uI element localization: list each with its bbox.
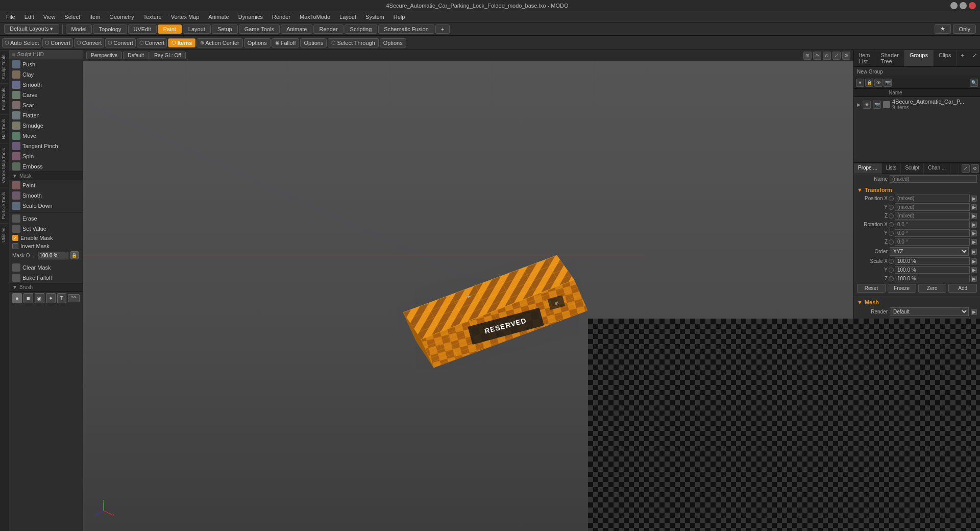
rotation-y-input[interactable]	[895, 229, 970, 237]
rot-y-radio[interactable]	[889, 231, 894, 236]
pos-z-expand[interactable]: ▶	[971, 213, 977, 219]
tab-layout[interactable]: Layout	[183, 25, 211, 34]
brush-custom[interactable]: T	[57, 293, 67, 303]
position-x-input[interactable]	[895, 195, 970, 202]
menu-render[interactable]: Render	[268, 13, 295, 21]
search-icon[interactable]: 🔍	[970, 79, 978, 87]
scale-x-radio[interactable]	[889, 259, 894, 264]
render-icon[interactable]: 📷	[884, 79, 892, 87]
scale-y-input[interactable]	[895, 266, 970, 274]
menu-geometry[interactable]: Geometry	[105, 13, 138, 21]
tool-move[interactable]: Move	[9, 131, 83, 141]
scale-x-input[interactable]	[895, 257, 970, 265]
rot-z-radio[interactable]	[889, 239, 894, 245]
menu-help[interactable]: Help	[389, 13, 409, 21]
tab-item-list[interactable]: Item List	[854, 50, 875, 66]
only-button[interactable]: Only	[953, 25, 976, 34]
menu-system[interactable]: System	[361, 13, 388, 21]
convert-btn-3[interactable]: ⬡ Convert	[105, 38, 136, 47]
close-button[interactable]	[969, 2, 976, 9]
pos-y-radio[interactable]	[889, 205, 894, 210]
falloff-btn[interactable]: ◉ Falloff	[272, 38, 300, 47]
menu-maxtomodo[interactable]: MaxToModo	[296, 13, 334, 21]
tab-animate[interactable]: Animate	[281, 25, 312, 34]
add-btn[interactable]: Add	[948, 284, 977, 293]
vp-tab-default[interactable]: Default	[123, 52, 149, 59]
tool-clay[interactable]: Clay	[9, 69, 83, 80]
mask-opacity-lock[interactable]: 🔒	[70, 251, 79, 259]
eye-icon[interactable]: 👁	[874, 79, 883, 87]
tab-shader-tree[interactable]: Shader Tree	[875, 50, 904, 66]
mask-tool-smooth[interactable]: Smooth	[9, 190, 83, 201]
vp-tab-perspective[interactable]: Perspective	[86, 52, 122, 59]
menu-vertexmap[interactable]: Vertex Map	[167, 13, 204, 21]
vert-tab-particle[interactable]: Particle Tools	[0, 187, 9, 223]
props-tab-channels[interactable]: Chan ...	[924, 163, 950, 174]
tab-schematic[interactable]: Schematic Fusion	[378, 25, 434, 34]
rotation-z-input[interactable]	[895, 238, 970, 246]
rot-x-expand[interactable]: ▶	[971, 222, 977, 228]
convert-btn-1[interactable]: ⬡ Convert	[42, 38, 73, 47]
mask-tool-erase[interactable]: Erase	[9, 213, 83, 224]
tab-clips[interactable]: Clips	[934, 50, 957, 66]
vp-icon-maximize[interactable]: ⤢	[832, 52, 841, 60]
scale-y-expand[interactable]: ▶	[971, 267, 977, 273]
tab-uvedit[interactable]: UVEdit	[128, 25, 157, 34]
rot-y-expand[interactable]: ▶	[971, 230, 977, 236]
scale-z-radio[interactable]	[889, 276, 894, 281]
options-btn-3[interactable]: Options	[380, 38, 406, 47]
menu-animate[interactable]: Animate	[204, 13, 233, 21]
auto-select-btn[interactable]: ⬡ Auto Select	[2, 38, 41, 47]
props-expand-icon[interactable]: ⤢	[962, 164, 970, 173]
pos-y-expand[interactable]: ▶	[971, 204, 977, 210]
tool-emboss[interactable]: Emboss	[9, 161, 83, 172]
menu-item[interactable]: Item	[85, 13, 104, 21]
name-input[interactable]	[890, 175, 977, 183]
tool-push[interactable]: Push	[9, 59, 83, 69]
star-button[interactable]: ★	[935, 24, 951, 34]
tool-scar[interactable]: Scar	[9, 100, 83, 110]
reset-btn[interactable]: Reset	[857, 284, 886, 293]
brush-section-header[interactable]: ▼ Brush	[9, 283, 83, 292]
vert-tab-hair-tools[interactable]: Hair Tools	[0, 114, 9, 143]
menu-dynamics[interactable]: Dynamics	[234, 13, 267, 21]
options-btn-1[interactable]: Options	[244, 38, 271, 47]
brush-soft[interactable]: ◉	[35, 293, 44, 303]
bake-falloff-btn[interactable]: Bake Falloff	[9, 273, 83, 283]
freeze-btn[interactable]: Freeze	[888, 284, 916, 293]
brush-more-btn[interactable]: >>	[68, 294, 80, 302]
item-visibility-icon[interactable]: 👁	[863, 101, 871, 109]
tab-paint[interactable]: Paint	[158, 25, 182, 34]
tab-scripting[interactable]: Scripting	[345, 25, 378, 34]
items-btn[interactable]: ⬡ Items	[168, 38, 195, 47]
tab-gametools[interactable]: Game Tools	[239, 25, 280, 34]
invert-mask-checkbox[interactable]	[12, 243, 18, 249]
vp-tab-raygl[interactable]: Ray GL: Off	[150, 52, 186, 59]
filter-icon[interactable]: ▼	[856, 79, 864, 87]
brush-circle[interactable]: ●	[12, 293, 22, 303]
scale-y-radio[interactable]	[889, 268, 894, 273]
menu-layout[interactable]: Layout	[335, 13, 360, 21]
order-select[interactable]: XYZ XZY YXZ YZX ZXY ZYX	[890, 247, 969, 256]
tab-setup[interactable]: Setup	[212, 25, 238, 34]
lock-icon[interactable]: 🔒	[865, 79, 873, 87]
tab-model[interactable]: Model	[66, 25, 92, 34]
menu-edit[interactable]: Edit	[20, 13, 38, 21]
expand-panel-icon[interactable]: ⤢	[968, 50, 980, 66]
minimize-button[interactable]	[950, 2, 958, 9]
position-y-input[interactable]	[895, 203, 970, 211]
props-tab-sculpt[interactable]: Sculpt	[901, 163, 924, 174]
add-panel-tab[interactable]: +	[957, 50, 968, 66]
clear-mask-btn[interactable]: Clear Mask	[9, 262, 83, 273]
props-tab-properties[interactable]: Prope ...	[854, 163, 882, 174]
mask-section-header[interactable]: ▼ Mask	[9, 172, 83, 180]
select-through-btn[interactable]: ⬡ Select Through	[328, 38, 378, 47]
props-tab-lists[interactable]: Lists	[882, 163, 901, 174]
order-expand[interactable]: ▶	[971, 249, 977, 255]
vp-icon-zoom-in[interactable]: ⊕	[813, 52, 821, 60]
menu-select[interactable]: Select	[60, 13, 84, 21]
enable-mask-checkbox[interactable]	[12, 235, 18, 241]
convert-btn-4[interactable]: ⬡ Convert	[137, 38, 167, 47]
render-expand[interactable]: ▶	[971, 309, 977, 315]
scale-x-expand[interactable]: ▶	[971, 258, 977, 264]
